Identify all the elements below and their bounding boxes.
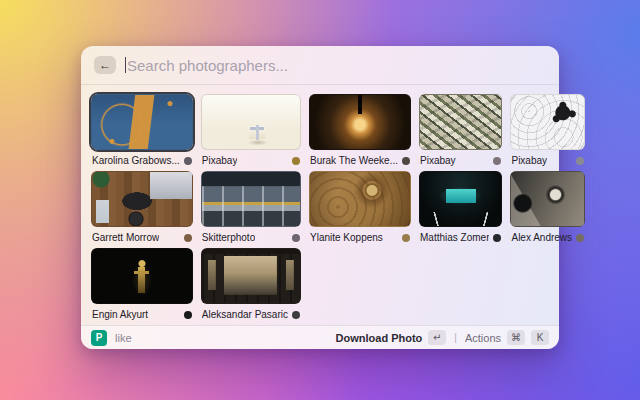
- photo-color-dot: [292, 157, 300, 165]
- photo-item[interactable]: Pixabay: [201, 94, 301, 167]
- actions-button[interactable]: Actions: [465, 332, 501, 344]
- photo-thumbnail: [201, 248, 301, 304]
- photo-caption: Aleksandar Pasaric: [201, 308, 301, 321]
- photo-item[interactable]: Garrett Morrow: [91, 171, 193, 244]
- photo-color-dot: [493, 234, 501, 242]
- photo-thumbnail: [510, 171, 585, 227]
- pexels-icon: P: [91, 330, 107, 346]
- photo-color-dot: [402, 234, 410, 242]
- photo-item[interactable]: Engin Akyurt: [91, 248, 193, 321]
- photo-thumbnail: [91, 248, 193, 304]
- photo-caption: Alex Andrews: [510, 231, 585, 244]
- k-key-icon: K: [531, 330, 549, 345]
- photo-caption: Pixabay: [510, 154, 585, 167]
- photo-grid: Karolina Grabows... Pixabay Burak The We…: [81, 85, 559, 321]
- command-key-icon: ⌘: [507, 330, 525, 345]
- photo-thumbnail: [91, 94, 193, 150]
- photo-caption: Garrett Morrow: [91, 231, 193, 244]
- photographer-name: Ylanite Koppens: [310, 232, 383, 243]
- photo-caption: Ylanite Koppens: [309, 231, 411, 244]
- photo-color-dot: [184, 311, 192, 319]
- download-photo-button[interactable]: Download Photo: [336, 332, 423, 344]
- photo-item[interactable]: Pixabay: [419, 94, 502, 167]
- photographer-name: Pixabay: [511, 155, 547, 166]
- photo-caption: Engin Akyurt: [91, 308, 193, 321]
- photo-caption: Matthias Zomer: [419, 231, 502, 244]
- photo-item[interactable]: Pixabay: [510, 94, 585, 167]
- text-caret: [125, 57, 126, 73]
- photo-thumbnail: [419, 171, 502, 227]
- photographer-name: Matthias Zomer: [420, 232, 489, 243]
- photographer-name: Pixabay: [420, 155, 456, 166]
- photo-caption: Pixabay: [419, 154, 502, 167]
- photo-thumbnail: [510, 94, 585, 150]
- photo-thumbnail: [201, 171, 301, 227]
- back-arrow-icon: ←: [99, 58, 111, 72]
- enter-key-icon: ↵: [428, 330, 446, 345]
- photo-thumbnail: [419, 94, 502, 150]
- photo-item[interactable]: Ylanite Koppens: [309, 171, 411, 244]
- photo-thumbnail: [201, 94, 301, 150]
- photographer-name: Alex Andrews: [511, 232, 572, 243]
- photo-color-dot: [576, 157, 584, 165]
- search-input[interactable]: [127, 57, 546, 74]
- photo-thumbnail: [309, 171, 411, 227]
- photo-caption: Burak The Weeke...: [309, 154, 411, 167]
- photo-caption: Pixabay: [201, 154, 301, 167]
- photo-thumbnail: [91, 171, 193, 227]
- photo-item[interactable]: Alex Andrews: [510, 171, 585, 244]
- photo-caption: Karolina Grabows...: [91, 154, 193, 167]
- photographer-name: Engin Akyurt: [92, 309, 148, 320]
- photo-item[interactable]: Karolina Grabows...: [91, 94, 193, 167]
- photo-color-dot: [292, 234, 300, 242]
- footer-divider: |: [454, 332, 457, 343]
- photo-item[interactable]: Skitterphoto: [201, 171, 301, 244]
- photo-color-dot: [184, 234, 192, 242]
- photo-color-dot: [576, 234, 584, 242]
- command-name: like: [115, 332, 132, 344]
- search-photographers-window: ← Karolina Grabows... Pixabay: [81, 46, 559, 349]
- photographer-name: Burak The Weeke...: [310, 155, 398, 166]
- photo-caption: Skitterphoto: [201, 231, 301, 244]
- photo-color-dot: [493, 157, 501, 165]
- photo-color-dot: [402, 157, 410, 165]
- photo-item[interactable]: Burak The Weeke...: [309, 94, 411, 167]
- pexels-icon-letter: P: [96, 332, 103, 343]
- photographer-name: Pixabay: [202, 155, 238, 166]
- photo-color-dot: [184, 157, 192, 165]
- photographer-name: Skitterphoto: [202, 232, 255, 243]
- photo-color-dot: [292, 311, 300, 319]
- photographer-name: Karolina Grabows...: [92, 155, 180, 166]
- photo-item[interactable]: Aleksandar Pasaric: [201, 248, 301, 321]
- desktop-background: ← Karolina Grabows... Pixabay: [0, 0, 640, 400]
- back-button[interactable]: ←: [94, 56, 116, 74]
- search-bar: ←: [81, 46, 559, 85]
- action-bar: P like Download Photo ↵ | Actions ⌘ K: [81, 325, 559, 349]
- photographer-name: Garrett Morrow: [92, 232, 159, 243]
- footer-actions: Download Photo ↵ | Actions ⌘ K: [336, 330, 549, 345]
- photographer-name: Aleksandar Pasaric: [202, 309, 288, 320]
- photo-thumbnail: [309, 94, 411, 150]
- photo-item[interactable]: Matthias Zomer: [419, 171, 502, 244]
- search-input-wrap: [125, 46, 546, 84]
